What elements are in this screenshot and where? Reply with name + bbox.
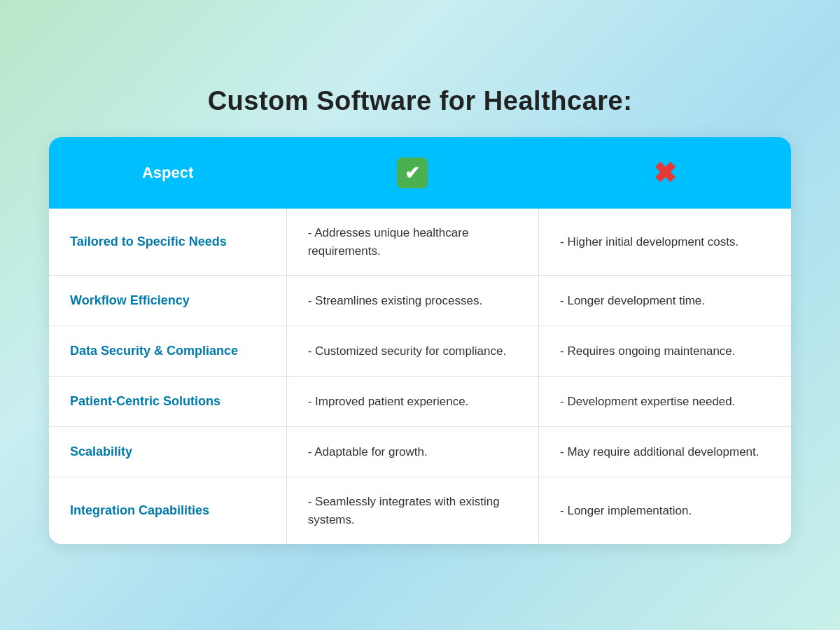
comparison-table-container: Aspect ✔ ✖ Tailored to Specific Needs- A… xyxy=(49,137,791,544)
table-body: Tailored to Specific Needs- Addresses un… xyxy=(49,209,791,544)
con-cell: - Longer implementation. xyxy=(539,477,791,545)
pro-cell: - Adaptable for growth. xyxy=(286,427,538,477)
con-cell: - Requires ongoing maintenance. xyxy=(539,326,791,377)
aspect-cell: Scalability xyxy=(49,427,286,477)
page-title: Custom Software for Healthcare: xyxy=(208,86,633,116)
con-cell: - Higher initial development costs. xyxy=(539,209,791,276)
pro-cell: - Seamlessly integrates with existing sy… xyxy=(286,477,538,545)
table-row: Patient-Centric Solutions- Improved pati… xyxy=(49,377,791,427)
aspect-cell: Patient-Centric Solutions xyxy=(49,377,286,427)
con-cell: - Longer development time. xyxy=(539,276,791,326)
con-cell: - Development expertise needed. xyxy=(539,377,791,427)
header-aspect: Aspect xyxy=(49,137,286,209)
header-cons: ✖ xyxy=(539,137,791,209)
pro-cell: - Customized security for compliance. xyxy=(286,326,538,377)
table-row: Scalability- Adaptable for growth.- May … xyxy=(49,427,791,477)
table-row: Integration Capabilities- Seamlessly int… xyxy=(49,477,791,545)
table-row: Workflow Efficiency- Streamlines existin… xyxy=(49,276,791,326)
comparison-table: Aspect ✔ ✖ Tailored to Specific Needs- A… xyxy=(49,137,791,544)
table-row: Tailored to Specific Needs- Addresses un… xyxy=(49,209,791,276)
con-cell: - May require additional development. xyxy=(539,427,791,477)
table-row: Data Security & Compliance- Customized s… xyxy=(49,326,791,377)
checkmark-icon: ✔ xyxy=(397,158,428,188)
header-pros: ✔ xyxy=(286,137,538,209)
aspect-cell: Data Security & Compliance xyxy=(49,326,286,377)
aspect-cell: Integration Capabilities xyxy=(49,477,286,545)
pro-cell: - Streamlines existing processes. xyxy=(286,276,538,326)
cross-icon: ✖ xyxy=(653,157,677,189)
aspect-cell: Tailored to Specific Needs xyxy=(49,209,286,276)
table-header-row: Aspect ✔ ✖ xyxy=(49,137,791,209)
aspect-label: Aspect xyxy=(142,164,193,181)
pro-cell: - Improved patient experience. xyxy=(286,377,538,427)
pro-cell: - Addresses unique healthcare requiremen… xyxy=(286,209,538,276)
aspect-cell: Workflow Efficiency xyxy=(49,276,286,326)
